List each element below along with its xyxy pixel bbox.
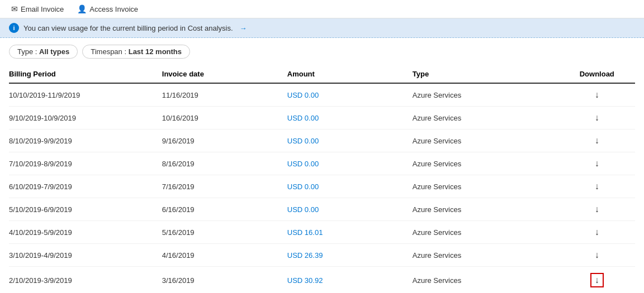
download-button[interactable]: ↓ — [591, 89, 603, 101]
cell-download: ↓ — [566, 221, 635, 244]
email-invoice-button[interactable]: ✉ Email Invoice — [9, 3, 66, 15]
cell-amount: USD 16.01 — [287, 221, 413, 244]
header-invoice-date: Invoice date — [162, 65, 287, 83]
email-invoice-label: Email Invoice — [21, 5, 64, 13]
cell-amount: USD 0.00 — [287, 198, 413, 221]
cell-billing-period: 4/10/2019-5/9/2019 — [9, 221, 162, 244]
table-row: 9/10/2019-10/9/201910/16/2019USD 0.00Azu… — [9, 107, 635, 129]
cell-amount: USD 30.92 — [287, 267, 413, 294]
email-icon: ✉ — [11, 4, 18, 13]
table-row: 3/10/2019-4/9/20194/16/2019USD 26.39Azur… — [9, 244, 635, 267]
download-button[interactable]: ↓ — [591, 180, 603, 193]
type-filter-value: All types — [39, 47, 69, 56]
cell-type: Azure Services — [413, 198, 566, 221]
cell-download: ↓ — [566, 244, 635, 267]
cell-amount: USD 26.39 — [287, 244, 413, 267]
download-button[interactable]: ↓ — [591, 135, 603, 147]
table-row: 4/10/2019-5/9/20195/16/2019USD 16.01Azur… — [9, 221, 635, 244]
cell-invoice-date: 4/16/2019 — [162, 244, 287, 267]
cell-invoice-date: 9/16/2019 — [162, 129, 287, 152]
banner-link[interactable]: → — [240, 24, 247, 32]
cell-invoice-date: 5/16/2019 — [162, 221, 287, 244]
cell-type: Azure Services — [413, 152, 566, 175]
cell-type: Azure Services — [413, 107, 566, 129]
access-invoice-button[interactable]: 👤 Access Invoice — [75, 3, 140, 15]
timespan-filter-button[interactable]: Timespan : Last 12 months — [82, 45, 190, 59]
cell-type: Azure Services — [413, 267, 566, 294]
cell-invoice-date: 10/16/2019 — [162, 107, 287, 129]
amount-link[interactable]: USD 0.00 — [287, 182, 319, 191]
cell-type: Azure Services — [413, 244, 566, 267]
cell-billing-period: 2/10/2019-3/9/2019 — [9, 267, 162, 294]
cell-download: ↓ — [566, 129, 635, 152]
table-row: 6/10/2019-7/9/20197/16/2019USD 0.00Azure… — [9, 175, 635, 198]
table-row: 2/10/2019-3/9/20193/16/2019USD 30.92Azur… — [9, 267, 635, 294]
download-button[interactable]: ↓ — [591, 112, 603, 124]
amount-link[interactable]: USD 30.92 — [287, 276, 323, 285]
highlighted-download-icon: ↓ — [590, 273, 604, 287]
cell-type: Azure Services — [413, 221, 566, 244]
cell-invoice-date: 3/16/2019 — [162, 267, 287, 294]
cell-billing-period: 5/10/2019-6/9/2019 — [9, 198, 162, 221]
cell-billing-period: 9/10/2019-10/9/2019 — [9, 107, 162, 129]
cell-type: Azure Services — [413, 83, 566, 107]
cell-billing-period: 8/10/2019-9/9/2019 — [9, 129, 162, 152]
cell-download: ↓ — [566, 152, 635, 175]
cell-type: Azure Services — [413, 175, 566, 198]
cell-amount: USD 0.00 — [287, 152, 413, 175]
download-button[interactable]: ↓ — [591, 157, 603, 170]
cell-download: ↓ — [566, 198, 635, 221]
header-download: Download — [566, 65, 635, 83]
download-icon: ↓ — [595, 90, 599, 99]
cell-type: Azure Services — [413, 129, 566, 152]
cell-amount: USD 0.00 — [287, 175, 413, 198]
header-billing-period: Billing Period — [9, 65, 162, 83]
invoices-table-container: Billing Period Invoice date Amount Type … — [0, 65, 644, 293]
cell-invoice-date: 7/16/2019 — [162, 175, 287, 198]
cell-billing-period: 7/10/2019-8/9/2019 — [9, 152, 162, 175]
download-icon: ↓ — [595, 181, 599, 191]
download-icon: ↓ — [595, 250, 599, 260]
download-button[interactable]: ↓ — [591, 226, 603, 238]
toolbar: ✉ Email Invoice 👤 Access Invoice — [0, 0, 644, 18]
timespan-filter-value: Last 12 months — [129, 47, 182, 56]
cell-download: ↓ — [566, 83, 635, 107]
amount-link[interactable]: USD 0.00 — [287, 205, 319, 214]
access-icon: 👤 — [77, 4, 87, 13]
amount-link[interactable]: USD 16.01 — [287, 228, 323, 237]
table-row: 5/10/2019-6/9/20196/16/2019USD 0.00Azure… — [9, 198, 635, 221]
amount-link[interactable]: USD 0.00 — [287, 91, 319, 99]
banner-text: You can view usage for the current billi… — [23, 24, 233, 32]
type-filter-button[interactable]: Type : All types — [9, 45, 78, 59]
download-button[interactable]: ↓ — [591, 249, 603, 261]
cell-invoice-date: 8/16/2019 — [162, 152, 287, 175]
amount-link[interactable]: USD 0.00 — [287, 114, 319, 122]
table-row: 10/10/2019-11/9/201911/16/2019USD 0.00Az… — [9, 83, 635, 107]
table-row: 8/10/2019-9/9/20199/16/2019USD 0.00Azure… — [9, 129, 635, 152]
filters-bar: Type : All types Timespan : Last 12 mont… — [0, 38, 644, 65]
cell-invoice-date: 6/16/2019 — [162, 198, 287, 221]
amount-link[interactable]: USD 0.00 — [287, 137, 319, 145]
download-icon: ↓ — [595, 227, 599, 237]
cell-billing-period: 6/10/2019-7/9/2019 — [9, 175, 162, 198]
cell-download: ↓ — [566, 267, 635, 294]
cell-invoice-date: 11/16/2019 — [162, 83, 287, 107]
amount-link[interactable]: USD 26.39 — [287, 251, 323, 260]
cell-amount: USD 0.00 — [287, 107, 413, 129]
cell-billing-period: 3/10/2019-4/9/2019 — [9, 244, 162, 267]
download-icon: ↓ — [595, 136, 599, 145]
download-icon: ↓ — [595, 113, 599, 122]
cell-amount: USD 0.00 — [287, 129, 413, 152]
amount-link[interactable]: USD 0.00 — [287, 160, 319, 168]
download-icon: ↓ — [595, 204, 599, 214]
download-button[interactable]: ↓ — [587, 272, 607, 289]
cell-amount: USD 0.00 — [287, 83, 413, 107]
info-banner: i You can view usage for the current bil… — [0, 18, 644, 38]
download-button[interactable]: ↓ — [591, 203, 603, 215]
type-filter-label: Type : — [17, 47, 37, 56]
header-type: Type — [413, 65, 566, 83]
cell-download: ↓ — [566, 175, 635, 198]
timespan-filter-label: Timespan : — [91, 47, 126, 56]
cell-download: ↓ — [566, 107, 635, 129]
header-amount: Amount — [287, 65, 413, 83]
